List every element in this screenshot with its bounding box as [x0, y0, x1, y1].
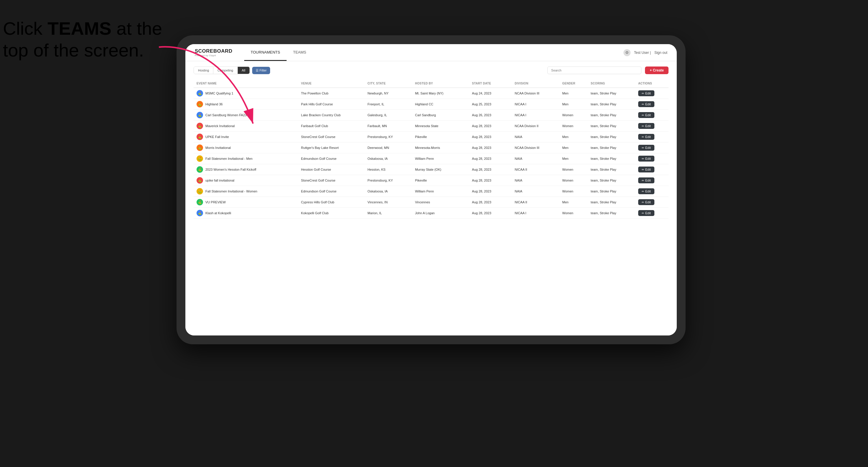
edit-label: Edit [645, 189, 651, 193]
create-btn[interactable]: + Create [645, 66, 669, 74]
col-header-scoring: SCORING [588, 80, 635, 88]
cell-date: Aug 28, 2023 [469, 153, 512, 164]
edit-button[interactable]: ✏ Edit [638, 101, 654, 107]
edit-label: Edit [645, 168, 651, 171]
event-name: upike fall invitational [206, 179, 234, 182]
col-header-actions: ACTIONS [635, 80, 669, 88]
cell-city: Prestonsburg, KY [365, 175, 412, 186]
edit-label: Edit [645, 124, 651, 128]
cell-hosted: Vincennes [412, 197, 469, 208]
tablet-frame: SCOREBOARD Powered by Clippit TOURNAMENT… [177, 35, 686, 344]
cell-gender: Men [559, 153, 588, 164]
tab-tournaments[interactable]: TOURNAMENTS [244, 44, 287, 61]
cell-event: ⛳ Fall Statesmen Invitational - Men [194, 153, 298, 164]
top-nav: SCOREBOARD Powered by Clippit TOURNAMENT… [185, 44, 677, 61]
cell-date: Aug 28, 2023 [469, 164, 512, 175]
cell-actions: ✏ Edit [635, 164, 669, 175]
cell-scoring: team, Stroke Play [588, 88, 635, 99]
cell-actions: ✏ Edit [635, 131, 669, 143]
cell-actions: ✏ Edit [635, 88, 669, 99]
event-name: Highland 36 [206, 102, 223, 106]
cell-date: Aug 28, 2023 [469, 143, 512, 153]
edit-label: Edit [645, 157, 651, 160]
edit-button[interactable]: ✏ Edit [638, 156, 654, 161]
cell-gender: Women [559, 121, 588, 131]
col-header-date: START DATE [469, 80, 512, 88]
cell-scoring: team, Stroke Play [588, 164, 635, 175]
table-row: ⛳ MSMC Qualifying 1 The Powelton Club Ne… [194, 88, 669, 99]
edit-icon: ✏ [642, 92, 644, 95]
edit-label: Edit [645, 102, 651, 106]
cell-hosted: William Penn [412, 153, 469, 164]
edit-label: Edit [645, 146, 651, 150]
cell-venue: The Powelton Club [298, 88, 365, 99]
cell-city: Oskaloosa, IA [365, 186, 412, 197]
cell-division: NICAA I [512, 208, 559, 219]
filter-all-btn[interactable]: All [238, 67, 249, 74]
event-name: Maverick Invitational [206, 124, 235, 128]
search-input[interactable] [547, 66, 642, 74]
cell-city: Deerwood, MN [365, 143, 412, 153]
advanced-filter-btn[interactable]: ☰ Filter [252, 67, 270, 74]
cell-event: ⛳ Maverick Invitational [194, 121, 298, 131]
cell-gender: Men [559, 88, 588, 99]
cell-division: NAIA [512, 131, 559, 143]
cell-hosted: Carl Sandburg [412, 110, 469, 121]
cell-date: Aug 26, 2023 [469, 110, 512, 121]
cell-city: Faribault, MN [365, 121, 412, 131]
cell-venue: StoneCrest Golf Course [298, 131, 365, 143]
table-row: ⛳ upike fall invitational StoneCrest Gol… [194, 175, 669, 186]
instruction-text: Click TEAMS at thetop of the screen. [3, 18, 203, 62]
content-area: Hosting Competing All ☰ Filter + Create … [185, 61, 677, 336]
event-name: UPKE Fall Invite [206, 135, 229, 138]
cell-scoring: team, Stroke Play [588, 208, 635, 219]
cell-date: Aug 24, 2023 [469, 88, 512, 99]
gear-icon[interactable]: ⚙ [623, 49, 630, 56]
edit-button[interactable]: ✏ Edit [638, 178, 654, 183]
cell-gender: Men [559, 131, 588, 143]
edit-button[interactable]: ✏ Edit [638, 166, 654, 173]
filters-bar: Hosting Competing All ☰ Filter + Create [194, 66, 669, 74]
edit-button[interactable]: ✏ Edit [638, 145, 654, 151]
cell-city: Freeport, IL [365, 99, 412, 110]
edit-button[interactable]: ✏ Edit [638, 188, 654, 194]
cell-scoring: team, Stroke Play [588, 131, 635, 143]
cell-hosted: John A Logan [412, 208, 469, 219]
user-text: Test User | [634, 51, 651, 55]
table-row: ⛳ Klash at Kokopelli Kokopelli Golf Club… [194, 208, 669, 219]
team-icon: ⛳ [196, 166, 203, 173]
signout-link[interactable]: Sign out [654, 51, 667, 55]
cell-event: ⛳ Highland 36 [194, 99, 298, 110]
table-row: ⛳ Morris Invitational Ruttger's Bay Lake… [194, 143, 669, 153]
cell-actions: ✏ Edit [635, 110, 669, 121]
cell-division: NCAA Division III [512, 143, 559, 153]
col-header-city: CITY, STATE [365, 80, 412, 88]
cell-gender: Women [559, 164, 588, 175]
cell-division: NICAA II [512, 164, 559, 175]
cell-city: Galesburg, IL [365, 110, 412, 121]
edit-button[interactable]: ✏ Edit [638, 210, 654, 216]
edit-button[interactable]: ✏ Edit [638, 199, 654, 205]
cell-gender: Women [559, 175, 588, 186]
edit-label: Edit [645, 135, 651, 138]
cell-division: NICAA II [512, 197, 559, 208]
table-row: ⛳ UPKE Fall Invite StoneCrest Golf Cours… [194, 131, 669, 143]
edit-button[interactable]: ✏ Edit [638, 123, 654, 129]
edit-button[interactable]: ✏ Edit [638, 134, 654, 140]
cell-event: ⛳ upike fall invitational [194, 175, 298, 186]
cell-venue: Kokopelli Golf Club [298, 208, 365, 219]
nav-tabs: TOURNAMENTS TEAMS [244, 44, 313, 61]
event-name: VU PREVIEW [206, 200, 226, 204]
cell-scoring: team, Stroke Play [588, 110, 635, 121]
filter-competing-btn[interactable]: Competing [213, 67, 238, 74]
cell-hosted: Highland CC [412, 99, 469, 110]
cell-hosted: Pikeville [412, 131, 469, 143]
tab-teams[interactable]: TEAMS [287, 44, 313, 61]
edit-button[interactable]: ✏ Edit [638, 112, 654, 118]
edit-button[interactable]: ✏ Edit [638, 90, 654, 96]
filter-hosting-btn[interactable]: Hosting [194, 67, 213, 74]
cell-city: Marion, IL [365, 208, 412, 219]
edit-icon: ✏ [642, 190, 644, 193]
cell-division: NAIA [512, 153, 559, 164]
team-icon: ⛳ [196, 199, 203, 206]
